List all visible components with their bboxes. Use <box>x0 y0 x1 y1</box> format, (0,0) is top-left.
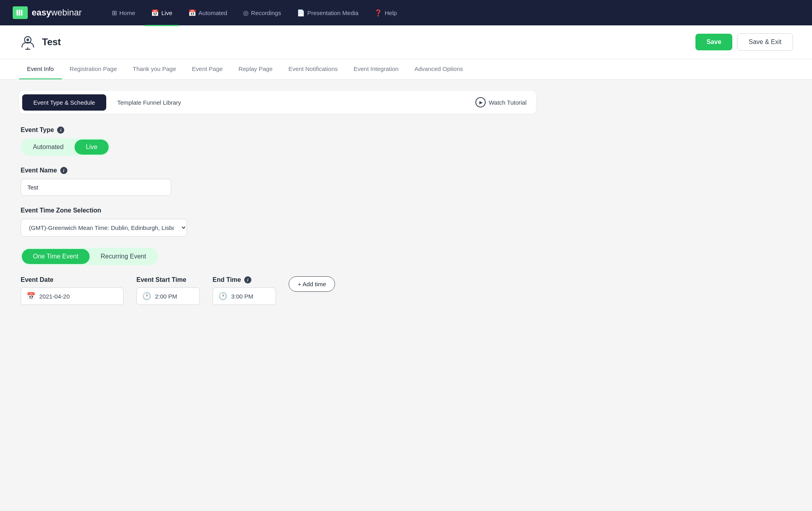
event-date-input-wrap[interactable]: 📅 2021-04-20 <box>21 287 124 305</box>
event-type-label: Event Type i <box>21 126 534 134</box>
event-schedule-toggle: One Time Event Recurring Event <box>21 248 158 265</box>
end-time-label: End Time i <box>213 276 276 283</box>
event-start-time-value: 2:00 PM <box>155 293 177 300</box>
nav-help[interactable]: ❓ Help <box>368 6 403 20</box>
event-name-help-icon[interactable]: i <box>60 167 67 174</box>
sub-tab-event-type-schedule[interactable]: Event Type & Schedule <box>22 94 106 111</box>
toggle-automated[interactable]: Automated <box>22 140 75 155</box>
tabs-bar: Event Info Registration Page Thank you P… <box>0 59 812 80</box>
nav-presentation-media[interactable]: 📄 Presentation Media <box>291 6 365 20</box>
nav-recordings[interactable]: ◎ Recordings <box>237 6 287 20</box>
end-time-group: End Time i 🕐 3:00 PM <box>213 276 276 305</box>
tab-event-notifications[interactable]: Event Notifications <box>281 59 346 79</box>
watch-tutorial-button[interactable]: ▶ Watch Tutorial <box>469 94 533 111</box>
tab-event-info[interactable]: Event Info <box>19 59 62 79</box>
page-title: Test <box>42 36 61 48</box>
toggle-live[interactable]: Live <box>75 140 108 155</box>
event-start-time-input-wrap[interactable]: 🕐 2:00 PM <box>136 287 200 305</box>
page-title-area: Test <box>19 33 61 51</box>
svg-rect-2 <box>21 10 23 16</box>
event-start-time-label: Event Start Time <box>136 276 200 283</box>
nav-items: ⊞ Home 📅 Live 📅 Automated ◎ Recordings 📄… <box>105 6 799 20</box>
event-name-label: Event Name i <box>21 167 534 174</box>
top-navigation: easywebinar ⊞ Home 📅 Live 📅 Automated ◎ … <box>0 0 812 25</box>
tab-thank-you-page[interactable]: Thank you Page <box>125 59 184 79</box>
main-content: Event Type & Schedule Template Funnel Li… <box>0 80 555 316</box>
tab-advanced-options[interactable]: Advanced Options <box>406 59 471 79</box>
add-time-group: + Add time <box>289 276 335 293</box>
presentation-media-icon: 📄 <box>297 9 305 17</box>
nav-automated[interactable]: 📅 Automated <box>182 6 234 20</box>
webinar-camera-icon <box>19 33 36 51</box>
help-icon: ❓ <box>374 9 382 17</box>
logo-icon <box>13 6 28 19</box>
recordings-icon: ◎ <box>243 9 249 17</box>
save-button[interactable]: Save <box>695 34 732 50</box>
start-time-clock-icon: 🕐 <box>142 292 151 300</box>
end-time-input-wrap[interactable]: 🕐 3:00 PM <box>213 287 276 305</box>
tab-registration-page[interactable]: Registration Page <box>62 59 125 79</box>
event-date-group: Event Date 📅 2021-04-20 <box>21 276 124 305</box>
play-circle-icon: ▶ <box>475 97 486 107</box>
event-timezone-label: Event Time Zone Selection <box>21 207 534 214</box>
nav-live[interactable]: 📅 Live <box>145 6 179 20</box>
add-time-button[interactable]: + Add time <box>289 276 335 292</box>
end-time-clock-icon: 🕐 <box>218 292 227 300</box>
sub-tabs-bar: Event Type & Schedule Template Funnel Li… <box>19 91 536 114</box>
tab-replay-page[interactable]: Replay Page <box>231 59 281 79</box>
tab-event-page[interactable]: Event Page <box>184 59 231 79</box>
event-date-label: Event Date <box>21 276 124 283</box>
save-exit-button[interactable]: Save & Exit <box>737 33 793 51</box>
toggle-one-time-event[interactable]: One Time Event <box>22 249 90 264</box>
header-actions: Save Save & Exit <box>695 33 793 51</box>
logo-text: easywebinar <box>32 8 82 18</box>
event-type-group: Event Type i Automated Live <box>21 126 534 156</box>
form-section: Event Type i Automated Live Event Name i… <box>19 126 536 305</box>
logo[interactable]: easywebinar <box>13 6 82 19</box>
event-name-group: Event Name i <box>21 167 534 196</box>
event-date-value: 2021-04-20 <box>39 293 70 300</box>
event-timezone-group: Event Time Zone Selection (GMT)-Greenwic… <box>21 207 534 237</box>
svg-rect-1 <box>19 10 20 16</box>
sub-tab-template-funnel-library[interactable]: Template Funnel Library <box>106 94 192 111</box>
live-icon: 📅 <box>151 9 159 17</box>
home-icon: ⊞ <box>112 9 117 17</box>
event-type-toggle: Automated Live <box>21 138 110 156</box>
end-time-help-icon[interactable]: i <box>244 276 251 283</box>
end-time-value: 3:00 PM <box>231 293 253 300</box>
toggle-recurring-event[interactable]: Recurring Event <box>90 249 157 264</box>
svg-point-4 <box>27 38 29 41</box>
calendar-icon: 📅 <box>27 292 35 300</box>
event-name-input[interactable] <box>21 179 171 196</box>
tab-event-integration[interactable]: Event Integration <box>346 59 406 79</box>
event-timezone-select[interactable]: (GMT)-Greenwich Mean Time: Dublin, Edinb… <box>21 219 187 237</box>
datetime-row: Event Date 📅 2021-04-20 Event Start Time… <box>21 276 534 305</box>
page-header: Test Save Save & Exit <box>0 25 812 59</box>
svg-rect-0 <box>17 10 18 16</box>
event-type-help-icon[interactable]: i <box>57 126 64 134</box>
event-start-time-group: Event Start Time 🕐 2:00 PM <box>136 276 200 305</box>
automated-icon: 📅 <box>188 9 196 17</box>
nav-home[interactable]: ⊞ Home <box>105 6 142 20</box>
